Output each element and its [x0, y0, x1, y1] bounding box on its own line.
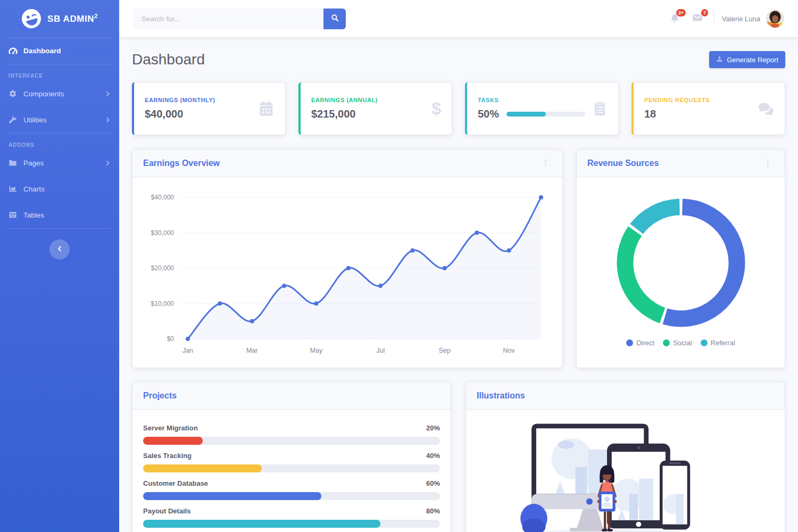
svg-text:$30,000: $30,000 [151, 229, 174, 237]
chevron-right-icon [105, 91, 111, 97]
project-name: Server Migration [143, 424, 198, 432]
legend-dot [663, 339, 670, 346]
sidebar-item-label: Components [23, 90, 64, 98]
project-progress [143, 520, 440, 528]
project-progress [143, 464, 440, 472]
project-percent: 40% [426, 452, 440, 460]
legend-dot [626, 339, 633, 346]
card-title: Revenue Sources [587, 159, 659, 168]
comments-icon [758, 101, 774, 117]
illustration-bush [520, 504, 547, 532]
sidebar-item-label: Tables [23, 211, 44, 219]
messages-badge: 7 [701, 9, 708, 16]
stat-value: 50% [478, 108, 499, 120]
legend-item-direct[interactable]: Direct [626, 339, 654, 347]
main-content: Dashboard Generate Report EARNINGS (MONT… [119, 37, 798, 532]
illustration-phone [660, 461, 690, 530]
stat-value: $40,000 [145, 108, 258, 120]
illustrations-card: Illustrations [466, 381, 785, 532]
card-title: Illustrations [477, 391, 525, 401]
sidebar-item-label: Dashboard [23, 47, 61, 55]
legend-dot [701, 339, 708, 346]
sidebar-item-dashboard[interactable]: Dashboard [0, 38, 119, 64]
messages-button[interactable]: 7 [686, 7, 709, 30]
project-row: Sales Tracking 40% [143, 452, 440, 472]
sidebar-item-tables[interactable]: Tables [0, 202, 119, 228]
stat-label: PENDING REQUESTS [644, 97, 758, 103]
sidebar-item-label: Charts [23, 185, 45, 193]
laugh-wink-icon [19, 6, 44, 31]
card-menu-button[interactable] [539, 157, 552, 169]
revenue-sources-card: Revenue Sources DirectSocialReferral [576, 149, 785, 368]
brand-title: SB ADMIN2 [47, 13, 98, 24]
ellipsis-v-icon [542, 159, 550, 167]
calendar-icon [258, 101, 275, 117]
legend-label: Direct [636, 339, 654, 347]
stat-label: EARNINGS (ANNUAL) [311, 97, 431, 103]
chevron-right-icon [105, 160, 111, 166]
ellipsis-v-icon [764, 159, 772, 167]
svg-text:Sep: Sep [439, 347, 451, 354]
card-pending-requests: PENDING REQUESTS 18 [631, 82, 785, 135]
project-name: Customer Database [143, 479, 208, 487]
search-input[interactable] [133, 9, 323, 29]
svg-text:May: May [310, 347, 323, 354]
legend-item-social[interactable]: Social [663, 339, 692, 347]
sidebar-item-label: Pages [23, 159, 44, 167]
chart-area-icon [9, 185, 18, 194]
stat-label: TASKS [478, 97, 592, 103]
alerts-badge: 3+ [676, 9, 686, 16]
svg-text:$20,000: $20,000 [151, 264, 174, 272]
sidebar-heading-addons: ADDONS [0, 134, 119, 150]
sidebar-item-label: Utilities [23, 116, 47, 124]
revenue-donut-chart [616, 197, 746, 328]
tachometer-icon [9, 46, 18, 55]
topbar: 3+ 7 Valerie Luna [119, 0, 798, 37]
user-menu[interactable]: Valerie Luna [722, 10, 784, 28]
legend-label: Referral [711, 339, 735, 347]
gear-icon [9, 89, 18, 98]
generate-report-button[interactable]: Generate Report [709, 51, 785, 68]
projects-card: Projects Server Migration 20% Sales Trac… [132, 381, 451, 532]
legend-item-referral[interactable]: Referral [701, 339, 735, 347]
project-percent: 60% [426, 479, 440, 487]
sidebar-item-pages[interactable]: Pages [0, 150, 119, 176]
svg-text:$40,000: $40,000 [151, 194, 174, 201]
sidebar-item-utilities[interactable]: Utilities [0, 107, 119, 133]
dollar-sign-icon: $ [431, 99, 441, 119]
search-button[interactable] [323, 9, 346, 29]
stat-label: EARNINGS (MONTHLY) [145, 97, 258, 103]
card-earnings-monthly: EARNINGS (MONTHLY) $40,000 [132, 82, 286, 135]
legend-label: Social [673, 339, 692, 347]
brand[interactable]: SB ADMIN2 [0, 0, 119, 37]
alerts-button[interactable]: 3+ [664, 7, 686, 30]
clipboard-list-icon [592, 101, 608, 117]
chevron-right-icon [105, 117, 111, 123]
project-percent: 20% [426, 424, 440, 432]
project-row: Payout Details 80% [143, 507, 440, 528]
card-menu-button[interactable] [762, 157, 774, 169]
earnings-overview-card: Earnings Overview $0$10,000$20,000$30,00… [132, 149, 563, 368]
svg-text:Nov: Nov [503, 347, 516, 354]
svg-text:Jul: Jul [376, 347, 385, 354]
project-name: Sales Tracking [143, 452, 192, 460]
chevron-left-icon [56, 245, 63, 254]
card-earnings-annual: EARNINGS (ANNUAL) $215,000 $ [298, 82, 452, 135]
svg-text:Jan: Jan [182, 347, 193, 354]
page-title: Dashboard [132, 51, 205, 68]
sidebar-item-components[interactable]: Components [0, 81, 119, 107]
sidebar-item-charts[interactable]: Charts [0, 176, 119, 202]
svg-text:Mar: Mar [246, 347, 258, 354]
project-row: Customer Database 60% [143, 479, 440, 500]
tasks-progress [506, 112, 585, 117]
earnings-line-chart: $0$10,000$20,000$30,000$40,000JanMarMayJ… [143, 180, 553, 361]
stat-value: $215,000 [311, 108, 431, 120]
sidebar-collapse-button[interactable] [49, 239, 70, 260]
card-tasks: TASKS 50% [465, 82, 619, 135]
illustrations-graphic [519, 421, 695, 532]
search-form [133, 9, 346, 29]
svg-text:$0: $0 [167, 335, 174, 343]
sidebar-heading-interface: INTERFACE [0, 64, 119, 81]
card-title: Earnings Overview [143, 159, 220, 168]
card-title: Projects [143, 391, 177, 401]
